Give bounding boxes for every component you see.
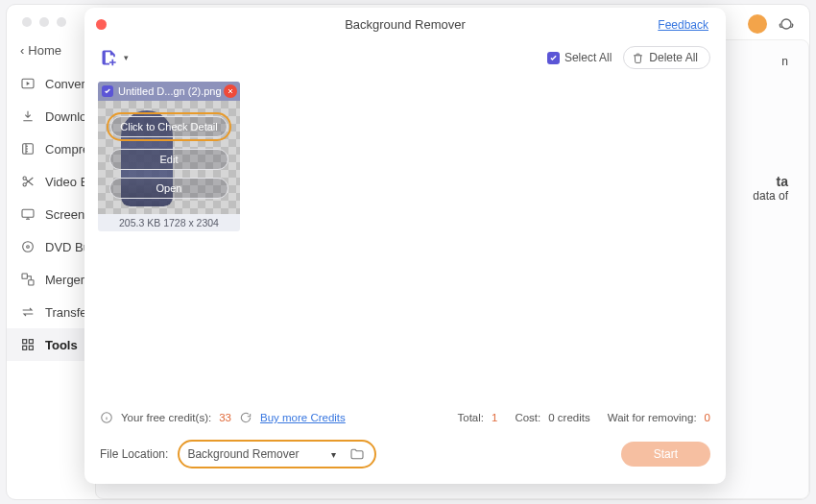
folder-icon[interactable] [349, 446, 365, 462]
disc-icon [20, 239, 36, 254]
svg-rect-11 [29, 340, 33, 344]
thumbnail-filename: Untitled D...gn (2).png [118, 85, 222, 97]
svg-point-6 [23, 242, 34, 252]
file-location-label: File Location: [100, 447, 168, 461]
trash-icon [632, 52, 644, 64]
add-file-icon [100, 48, 119, 67]
transfer-icon [20, 304, 36, 320]
scissors-icon [20, 174, 36, 189]
modal-background-remover: Background Remover Feedback ▾ Select All… [84, 8, 726, 484]
sidebar-item-converter[interactable]: Converter [7, 67, 95, 100]
compress-icon [20, 141, 36, 156]
avatar[interactable] [748, 14, 767, 34]
thumbnail-remove-button[interactable] [224, 84, 237, 98]
toolbar: ▾ Select All Delete All [84, 37, 726, 74]
thumbnail-image: Click to Check Detail Edit Open [98, 101, 240, 214]
x-icon [227, 87, 234, 95]
screen-icon [20, 206, 36, 222]
thumbnail-header: Untitled D...gn (2).png [98, 82, 240, 101]
modal-title: Background Remover [84, 8, 726, 37]
delete-all-button[interactable]: Delete All [623, 46, 710, 69]
tools-icon [20, 337, 36, 352]
chevron-left-icon: ‹ [20, 43, 24, 58]
start-button[interactable]: Start [621, 442, 710, 467]
info-icon [100, 411, 113, 424]
sidebar-item-screen-recorder[interactable]: Screen Recorder [7, 198, 95, 230]
svg-rect-12 [23, 346, 27, 349]
chevron-down-icon: ▾ [124, 53, 129, 62]
credits-count: 33 [219, 412, 231, 423]
svg-rect-8 [22, 274, 27, 278]
thumbnail-meta: 205.3 KB 1728 x 2304 [98, 214, 240, 231]
svg-rect-5 [22, 209, 34, 217]
check-detail-button[interactable]: Click to Check Detail [110, 116, 228, 137]
sidebar-item-tools[interactable]: Tools [7, 328, 95, 361]
file-grid: Untitled D...gn (2).png Click to Check D… [84, 74, 726, 405]
add-file-button[interactable]: ▾ [100, 48, 129, 67]
svg-point-4 [23, 183, 26, 186]
svg-rect-13 [29, 346, 33, 349]
svg-point-7 [27, 246, 30, 249]
sidebar-item-compressor[interactable]: Compressor [7, 132, 95, 165]
sidebar-home[interactable]: ‹ Home [7, 37, 95, 67]
svg-point-3 [23, 177, 26, 180]
file-thumbnail[interactable]: Untitled D...gn (2).png Click to Check D… [98, 82, 240, 231]
open-button[interactable]: Open [109, 178, 228, 199]
svg-point-0 [781, 19, 791, 29]
location-row: File Location: Background Remover ▾ Star… [84, 430, 726, 484]
sidebar-item-transfer[interactable]: Transfer [7, 296, 95, 328]
converter-icon [20, 76, 36, 91]
sidebar: ‹ Home Converter Downloader Compressor V… [7, 37, 95, 499]
sidebar-item-downloader[interactable]: Downloader [7, 100, 95, 132]
checkbox-checked-icon [547, 52, 560, 64]
sidebar-item-video-editor[interactable]: Video Editor [7, 165, 95, 198]
support-icon[interactable] [777, 14, 796, 34]
sidebar-item-merger[interactable]: Merger [7, 263, 95, 296]
file-location-select[interactable]: Background Remover ▾ [178, 440, 376, 468]
highlight-ring: Click to Check Detail [107, 112, 231, 141]
refresh-icon[interactable] [239, 411, 252, 424]
thumbnail-overlay: Click to Check Detail Edit Open [98, 101, 240, 214]
sidebar-item-dvd-burner[interactable]: DVD Burner [7, 230, 95, 263]
select-all-checkbox[interactable]: Select All [547, 51, 612, 64]
traffic-lights [22, 17, 66, 27]
download-icon [20, 108, 36, 124]
close-button[interactable] [96, 19, 107, 30]
chevron-down-icon: ▾ [331, 449, 336, 460]
buy-credits-link[interactable]: Buy more Credits [260, 412, 346, 423]
feedback-link[interactable]: Feedback [658, 18, 708, 32]
thumbnail-checkbox[interactable] [102, 85, 113, 97]
bg-peek-text: n ta data of [753, 55, 788, 203]
svg-rect-9 [29, 280, 34, 285]
credits-row: Your free credit(s): 33 Buy more Credits… [84, 405, 726, 430]
merge-icon [20, 272, 36, 287]
svg-rect-10 [23, 340, 27, 344]
edit-button[interactable]: Edit [109, 149, 228, 170]
